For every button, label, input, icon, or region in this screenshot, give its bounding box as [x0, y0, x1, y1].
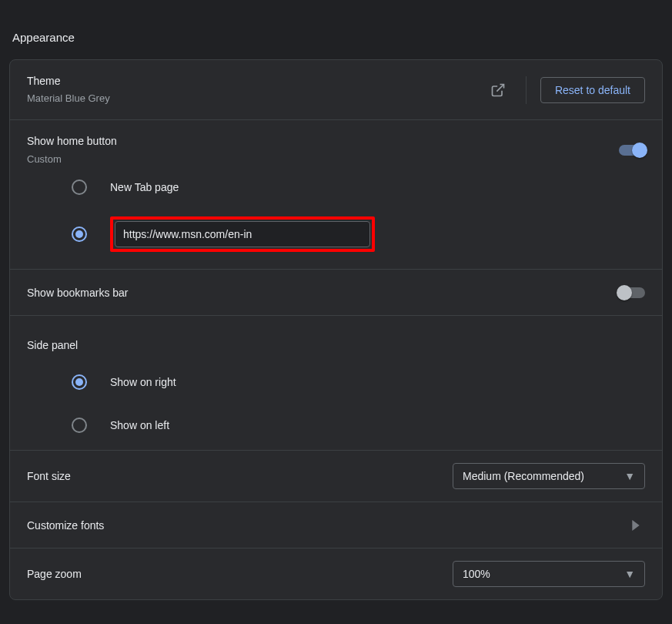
theme-row: Theme Material Blue Grey Reset to defaul…	[10, 60, 662, 120]
home-option-new-tab[interactable]: New Tab page	[72, 179, 645, 195]
font-size-title: Font size	[27, 468, 71, 485]
highlighted-url-field	[110, 216, 375, 252]
radio-unchecked-icon[interactable]	[72, 418, 87, 433]
svg-line-0	[496, 84, 503, 91]
side-panel-title: Side panel	[27, 337, 78, 354]
home-button-subtitle: Custom	[27, 152, 619, 168]
page-zoom-row: Page zoom 100% ▼	[10, 549, 662, 599]
customize-fonts-row[interactable]: Customize fonts	[10, 502, 662, 549]
bookmarks-bar-title: Show bookmarks bar	[27, 284, 129, 301]
reset-theme-button[interactable]: Reset to default	[540, 77, 645, 103]
customize-fonts-title: Customize fonts	[27, 517, 104, 534]
page-title: Appearance	[0, 0, 672, 59]
radio-checked-icon[interactable]	[72, 374, 87, 390]
page-zoom-select[interactable]: 100% ▼	[453, 561, 645, 587]
font-size-value: Medium (Recommended)	[463, 470, 584, 482]
radio-checked-icon[interactable]	[72, 226, 87, 242]
appearance-settings-card: Theme Material Blue Grey Reset to defaul…	[9, 59, 663, 600]
open-in-new-icon[interactable]	[484, 76, 512, 104]
home-button-toggle[interactable]	[619, 145, 645, 156]
side-panel-option-left[interactable]: Show on left	[72, 418, 645, 433]
home-button-section: Show home button Custom New Tab page	[10, 120, 662, 270]
home-button-title: Show home button	[27, 133, 619, 149]
caret-down-icon: ▼	[624, 568, 635, 580]
page-zoom-value: 100%	[463, 568, 490, 580]
home-option-custom-url[interactable]	[72, 216, 645, 252]
font-size-select[interactable]: Medium (Recommended) ▼	[453, 463, 645, 489]
side-panel-left-label: Show on left	[110, 419, 169, 431]
theme-title: Theme	[27, 72, 484, 89]
side-panel-section: Side panel Show on right Show on left	[10, 316, 662, 451]
page-zoom-title: Page zoom	[27, 565, 82, 582]
side-panel-option-right[interactable]: Show on right	[72, 374, 645, 390]
chevron-right-icon	[627, 520, 645, 531]
radio-unchecked-icon[interactable]	[72, 179, 87, 195]
bookmarks-bar-row: Show bookmarks bar	[10, 270, 662, 316]
font-size-row: Font size Medium (Recommended) ▼	[10, 451, 662, 502]
side-panel-right-label: Show on right	[110, 376, 176, 388]
home-custom-url-input[interactable]	[115, 221, 370, 247]
bookmarks-bar-toggle[interactable]	[619, 287, 645, 298]
theme-value: Material Blue Grey	[27, 91, 484, 107]
home-option-new-tab-label: New Tab page	[110, 181, 179, 193]
caret-down-icon: ▼	[624, 470, 635, 482]
divider	[526, 76, 527, 104]
